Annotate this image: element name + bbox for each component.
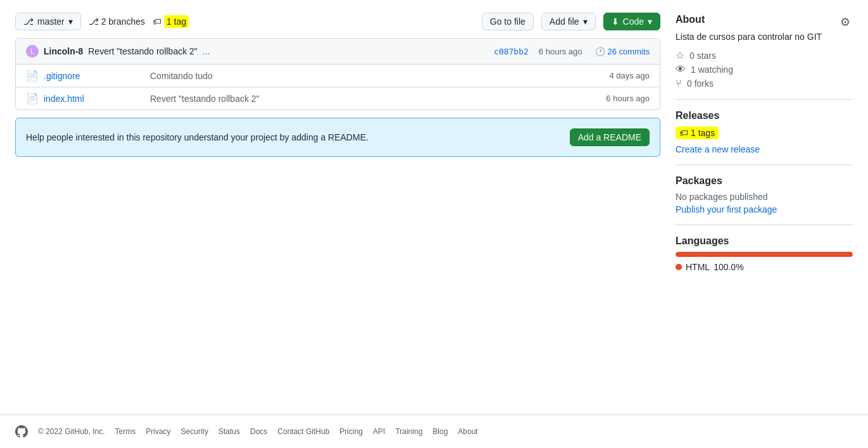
chevron-down-icon: ▾ [68, 16, 73, 27]
tags-count-link[interactable]: 🏷 1 tags [676, 127, 719, 139]
file-time: 4 days ago [609, 71, 650, 80]
divider-3 [676, 225, 853, 225]
footer-link-status[interactable]: Status [218, 427, 240, 436]
footer-link-pricing[interactable]: Pricing [339, 427, 363, 436]
avatar: L [26, 45, 39, 58]
code-button[interactable]: ⬇ Code ▾ [603, 13, 660, 30]
eye-icon: 👁 [676, 64, 686, 75]
main-content: ⎇ master ▾ ⎇ 2 branches 🏷 1 tag Go to fi… [0, 0, 868, 414]
branch-icon: ⎇ [23, 16, 34, 27]
tags-count: 1 tag [164, 15, 189, 28]
commit-more[interactable]: ... [203, 46, 210, 56]
branch-selector[interactable]: ⎇ master ▾ [15, 13, 81, 30]
add-file-button[interactable]: Add file ▾ [541, 13, 596, 30]
forks-count: 0 forks [687, 78, 714, 89]
code-label: Code [623, 16, 644, 27]
footer-links: Terms Privacy Security Status Docs Conta… [115, 427, 478, 436]
add-readme-button[interactable]: Add a README [570, 128, 650, 146]
file-icon: 📄 [26, 92, 39, 104]
releases-title: Releases [676, 110, 853, 121]
file-name[interactable]: index.html [44, 94, 145, 104]
code-icon: ⬇ [612, 16, 619, 27]
about-description: Lista de cursos para controlar no GIT [676, 32, 853, 42]
file-commit-msg: Revert "testando rollback 2" [150, 94, 601, 104]
footer-link-privacy[interactable]: Privacy [146, 427, 170, 436]
right-panel: About ⚙ Lista de cursos para controlar n… [676, 13, 853, 402]
footer-link-docs[interactable]: Docs [250, 427, 267, 436]
tag-icon-small: 🏷 [679, 128, 688, 138]
commit-history: 🕐 26 commits [595, 47, 650, 56]
languages-title: Languages [676, 235, 853, 247]
left-panel: ⎇ master ▾ ⎇ 2 branches 🏷 1 tag Go to fi… [15, 13, 660, 402]
file-icon: 📄 [26, 70, 39, 82]
stars-stat: ☆ 0 stars [676, 49, 853, 61]
language-bar-container [676, 252, 853, 257]
packages-title: Packages [676, 175, 853, 187]
goto-file-label: Go to file [490, 16, 525, 27]
commit-time: 6 hours ago [539, 47, 582, 56]
commit-author: Lincoln-8 [44, 46, 83, 56]
footer-link-api[interactable]: API [373, 427, 385, 436]
packages-section: Packages No packages published Publish y… [676, 175, 853, 215]
history-icon: 🕐 [595, 47, 605, 56]
star-icon: ☆ [676, 49, 684, 61]
html-label: HTML [686, 262, 710, 272]
branches-count: 2 branches [101, 16, 145, 27]
commit-hash[interactable]: c087bb2 [494, 47, 529, 56]
divider-1 [676, 99, 853, 100]
file-commit-msg: Comitando tudo [150, 71, 604, 81]
forks-stat: ⑂ 0 forks [676, 78, 853, 89]
file-time: 6 hours ago [606, 94, 650, 103]
footer-link-security[interactable]: Security [181, 427, 208, 436]
tags-label: 1 tags [691, 128, 715, 138]
publish-package-link[interactable]: Publish your first package [676, 204, 777, 215]
commit-message: Revert "testando rollback 2" [88, 46, 198, 56]
about-header: About ⚙ [676, 13, 853, 32]
tags-highlight: 🏷 1 tags [676, 127, 719, 139]
readme-banner: Help people interested in this repositor… [15, 118, 660, 157]
create-release-link[interactable]: Create a new release [676, 144, 853, 154]
fork-icon: ⑂ [676, 78, 682, 89]
branch-count-icon: ⎇ [89, 16, 99, 27]
packages-none: No packages published [676, 192, 853, 202]
goto-file-button[interactable]: Go to file [482, 13, 534, 30]
add-file-chevron: ▾ [583, 16, 588, 27]
branch-label: master [37, 16, 65, 27]
commits-link[interactable]: 26 commits [608, 47, 650, 56]
table-row: 📄 index.html Revert "testando rollback 2… [16, 87, 660, 109]
tag-icon: 🏷 [153, 16, 161, 27]
about-title: About [676, 14, 705, 25]
lang-item-html: HTML 100.0% [676, 262, 853, 272]
footer-link-contact[interactable]: Contact GitHub [277, 427, 329, 436]
html-dot [676, 264, 682, 270]
footer-link-about[interactable]: About [458, 427, 477, 436]
file-table: L Lincoln-8 Revert "testando rollback 2"… [15, 38, 660, 110]
footer-copyright: © 2022 GitHub, Inc. [38, 427, 105, 436]
footer-link-training[interactable]: Training [395, 427, 422, 436]
footer: © 2022 GitHub, Inc. Terms Privacy Securi… [0, 414, 868, 448]
footer-link-terms[interactable]: Terms [115, 427, 136, 436]
html-language-bar [676, 252, 853, 257]
branch-bar: ⎇ master ▾ ⎇ 2 branches 🏷 1 tag Go to fi… [15, 13, 660, 30]
readme-text: Help people interested in this repositor… [26, 132, 368, 142]
watching-stat: 👁 1 watching [676, 64, 853, 75]
gear-button[interactable]: ⚙ [838, 13, 853, 32]
file-name[interactable]: .gitignore [44, 71, 145, 81]
page-wrapper: ⎇ master ▾ ⎇ 2 branches 🏷 1 tag Go to fi… [0, 0, 868, 448]
commit-row: L Lincoln-8 Revert "testando rollback 2"… [16, 39, 660, 65]
stars-count: 0 stars [689, 51, 716, 61]
tags-link[interactable]: 🏷 1 tag [153, 15, 189, 28]
languages-section: Languages HTML 100.0% [676, 235, 853, 272]
releases-section: Releases 🏷 1 tags Create a new release [676, 110, 853, 154]
github-logo [15, 425, 28, 438]
divider-2 [676, 165, 853, 165]
branches-link[interactable]: ⎇ 2 branches [89, 16, 145, 27]
stats-list: ☆ 0 stars 👁 1 watching ⑂ 0 forks [676, 49, 853, 89]
table-row: 📄 .gitignore Comitando tudo 4 days ago [16, 65, 660, 87]
code-chevron: ▾ [648, 16, 652, 27]
about-section: About ⚙ Lista de cursos para controlar n… [676, 13, 853, 89]
add-file-label: Add file [550, 16, 579, 27]
footer-logo [15, 425, 28, 438]
watching-count: 1 watching [691, 65, 733, 75]
footer-link-blog[interactable]: Blog [432, 427, 448, 436]
